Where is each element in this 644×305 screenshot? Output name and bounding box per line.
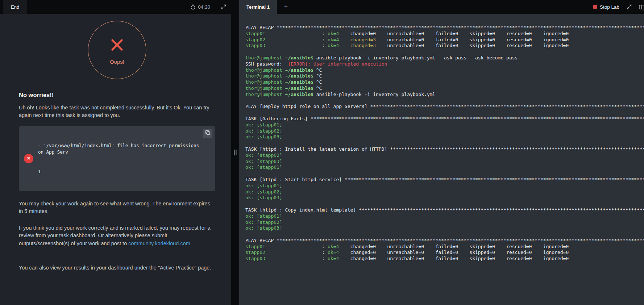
terminal-line: ok: [stapp02] (245, 152, 644, 159)
stopwatch-icon (190, 4, 196, 10)
terminal-line (245, 201, 644, 207)
expand-icon[interactable] (220, 3, 228, 11)
terminal-panel: Terminal 1 + Stop Lab PLAY RECAP *******… (239, 0, 644, 305)
failure-x-icon (109, 37, 125, 55)
terminal-line (245, 231, 644, 238)
timer-value: 04:30 (198, 4, 210, 10)
terminal-line: ok: [stapp03] (245, 159, 644, 165)
error-message: - '/var/www/html/index.html' file has in… (38, 129, 199, 188)
terminal-line: ok: [stapp02] (245, 220, 644, 226)
terminal-line: thor@jumphost ~/ansible$ ^C (245, 79, 644, 85)
terminal-line: stapp03 : ok=4 changed=0 unreachable=0 f… (245, 256, 644, 262)
terminal-line (245, 98, 644, 104)
terminal-output[interactable]: PLAY RECAP *****************************… (239, 14, 644, 305)
terminal-line: ok: [stapp01] (245, 122, 644, 128)
terminal-line: TASK [httpd : Install the latest version… (245, 146, 644, 152)
error-message-line1: - '/var/www/html/index.html' file has in… (38, 142, 199, 155)
review-note: If you think you did your work correctly… (19, 224, 215, 248)
dashboard-note: You can also view your results in your d… (19, 264, 215, 272)
stop-square-icon (593, 5, 597, 9)
x-circle-icon: ✕ (24, 154, 33, 163)
left-topbar: End 04:30 (0, 0, 231, 14)
check-work-note: You may check your work again to see wha… (19, 200, 215, 216)
oops-label: Oops! (88, 58, 146, 66)
terminal-line: thor@jumphost ~/ansible$ ^C (245, 67, 644, 74)
terminal-line: ok: [stapp02] (245, 189, 644, 195)
terminal-line: PLAY [Deploy httpd role on all App Serve… (245, 104, 644, 110)
community-link[interactable]: community.kodekloud.com (128, 241, 190, 246)
panel-divider (231, 0, 239, 305)
tab-terminal-label: Terminal 1 (246, 4, 270, 10)
terminal-line: stapp01 : ok=4 changed=0 unreachable=0 f… (245, 244, 644, 250)
terminal-line (245, 110, 644, 116)
terminal-line: ok: [stapp03] (245, 225, 644, 231)
terminal-line: stapp03 : ok=4 changed=3 unreachable=0 f… (245, 43, 644, 49)
stop-lab-button[interactable]: Stop Lab (593, 4, 619, 10)
copy-button[interactable] (203, 129, 212, 138)
terminal-line: ok: [stapp01] (245, 213, 644, 220)
terminal-line: PLAY RECAP *****************************… (245, 25, 644, 31)
task-result-content: Oops! No worries!! Uh oh! Looks like the… (0, 14, 231, 305)
error-message-line2: 1 (38, 168, 199, 175)
stop-lab-label: Stop Lab (600, 4, 619, 10)
terminal-line: ok: [stapp03] (245, 195, 644, 201)
copy-icon (205, 130, 210, 138)
terminal-line: TASK [Gathering Facts] *****************… (245, 116, 644, 122)
task-result-panel: End 04:30 (0, 0, 231, 305)
terminal-line: ok: [stapp03] (245, 134, 644, 140)
terminal-line: thor@jumphost ~/ansible$ ^C (245, 85, 644, 92)
drag-handle-icon[interactable] (234, 150, 237, 155)
terminal-line: ok: [stapp01] (245, 164, 644, 171)
terminal-line: thor@jumphost ~/ansible$ ansible-playboo… (245, 92, 644, 98)
terminal-topbar: Terminal 1 + Stop Lab (239, 0, 644, 14)
tab-end[interactable]: End (3, 0, 27, 14)
error-box: ✕ - '/var/www/html/index.html' file has … (19, 126, 215, 191)
terminal-line: stapp01 : ok=4 changed=0 unreachable=0 f… (245, 31, 644, 37)
terminal-line (245, 140, 644, 146)
terminal-line: thor@jumphost ~/ansible$ ansible-playboo… (245, 55, 644, 61)
terminal-line: ok: [stapp02] (245, 128, 644, 134)
columns-icon[interactable] (637, 3, 644, 11)
terminal-line: ok: [stapp01] (245, 183, 644, 189)
timer: 04:30 (190, 4, 210, 10)
oops-circle: Oops! (88, 21, 146, 79)
new-terminal-button[interactable]: + (282, 3, 290, 11)
tab-terminal-1[interactable]: Terminal 1 (239, 0, 277, 14)
terminal-line: thor@jumphost ~/ansible$ ^C (245, 73, 644, 79)
terminal-line (245, 171, 644, 177)
terminal-line (245, 49, 644, 55)
terminal-line: PLAY RECAP *****************************… (245, 238, 644, 244)
terminal-line: TASK [httpd : Start httpd service] *****… (245, 177, 644, 183)
page-title: No worries!! (19, 91, 215, 99)
failure-message: Uh oh! Looks like the task was not compl… (19, 104, 215, 120)
expand-icon[interactable] (625, 3, 633, 11)
terminal-line: TASK [httpd : Copy index.html template] … (245, 207, 644, 213)
tab-end-label: End (11, 4, 19, 10)
terminal-line: stapp02 : ok=4 changed=3 unreachable=0 f… (245, 37, 644, 43)
terminal-line: SSH password: [ERROR]: User interrupted … (245, 61, 644, 67)
terminal-line: stapp02 : ok=4 changed=0 unreachable=0 f… (245, 250, 644, 256)
